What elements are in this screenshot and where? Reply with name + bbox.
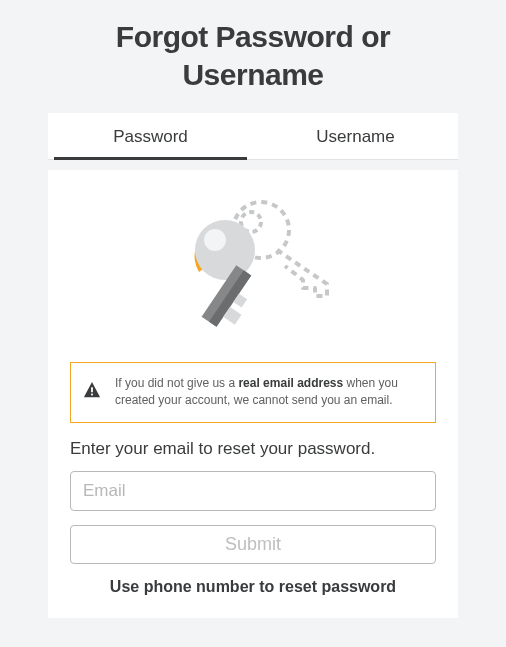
instruction-text: Enter your email to reset your password. — [70, 439, 436, 459]
tab-password[interactable]: Password — [48, 113, 253, 160]
email-field[interactable] — [70, 471, 436, 511]
submit-button[interactable]: Submit — [70, 525, 436, 564]
svg-point-3 — [204, 229, 226, 251]
use-phone-link[interactable]: Use phone number to reset password — [70, 578, 436, 596]
key-icon — [70, 194, 436, 344]
credential-tabs: Password Username — [48, 113, 458, 160]
svg-rect-9 — [91, 394, 93, 396]
svg-point-2 — [195, 220, 255, 280]
warning-text: If you did not give us a real email addr… — [115, 375, 421, 410]
page-title: Forgot Password or Username — [48, 18, 458, 93]
warning-icon — [83, 381, 101, 403]
tab-username[interactable]: Username — [253, 113, 458, 160]
warning-box: If you did not give us a real email addr… — [70, 362, 436, 423]
svg-rect-8 — [91, 387, 93, 392]
warning-text-pre: If you did not give us a — [115, 376, 238, 390]
reset-panel: If you did not give us a real email addr… — [48, 170, 458, 618]
warning-text-bold: real email address — [238, 376, 343, 390]
